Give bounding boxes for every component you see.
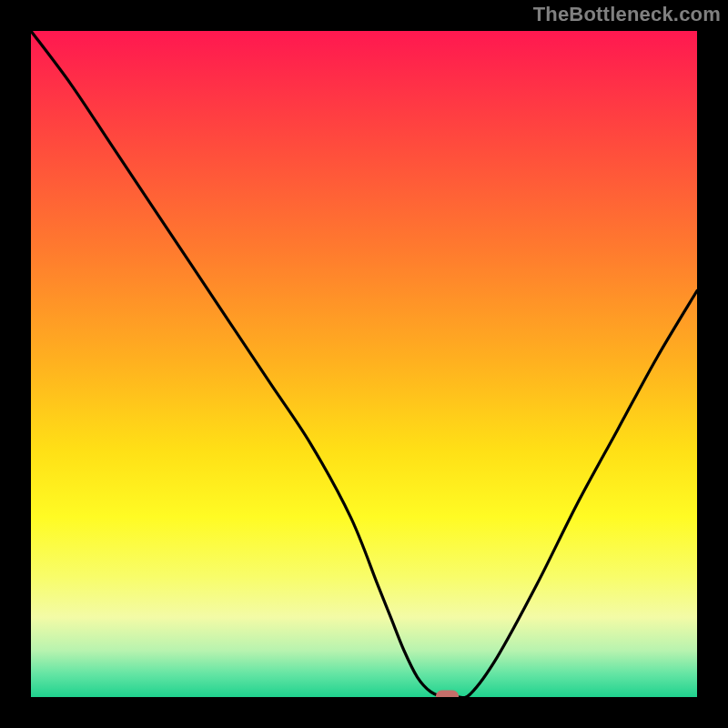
watermark-text: TheBottleneck.com (533, 3, 721, 26)
bottleneck-plot (31, 31, 697, 697)
plot-background (31, 31, 697, 697)
optimum-marker (437, 691, 459, 697)
chart-frame: TheBottleneck.com (0, 0, 728, 728)
